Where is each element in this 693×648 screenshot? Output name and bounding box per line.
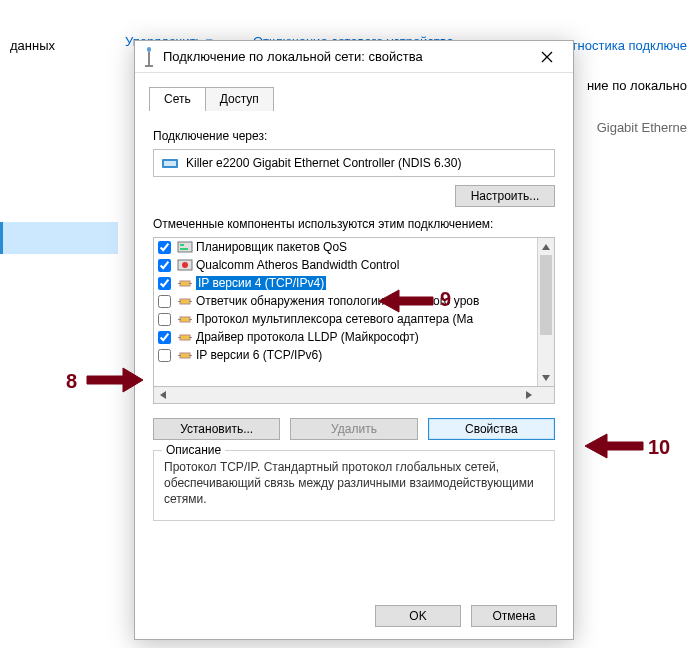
list-item[interactable]: IP версии 4 (TCP/IPv4) [154, 274, 537, 292]
protocol-icon [177, 329, 193, 345]
item-label: IP версии 6 (TCP/IPv6) [196, 348, 322, 362]
bg-left-text: данных [10, 38, 55, 53]
annotation-10: 10 [648, 436, 670, 459]
components-label: Отмеченные компоненты используются этим … [153, 217, 555, 231]
item-label: IP версии 4 (TCP/IPv4) [196, 276, 326, 290]
scroll-down-icon[interactable] [538, 369, 554, 386]
svg-point-9 [182, 262, 188, 268]
network-icon [141, 46, 157, 68]
tab-network[interactable]: Сеть [149, 87, 206, 111]
svg-rect-1 [148, 52, 150, 65]
bg-conn-name-cut: ние по локально [587, 78, 687, 93]
list-item[interactable]: Ответчик обнаружения топологии канальног… [154, 292, 537, 310]
tabstrip: Сеть Доступ [149, 87, 573, 111]
svg-rect-13 [180, 299, 190, 304]
components-listbox[interactable]: Планировщик пакетов QoSQualcomm Atheros … [153, 237, 555, 387]
svg-rect-19 [180, 335, 190, 340]
protocol-icon [177, 311, 193, 327]
protocol-icon [177, 239, 193, 255]
svg-rect-18 [189, 319, 192, 320]
item-checkbox[interactable] [158, 295, 171, 308]
item-checkbox[interactable] [158, 349, 171, 362]
ok-button[interactable]: OK [375, 605, 461, 627]
list-item[interactable]: Планировщик пакетов QoS [154, 238, 537, 256]
list-item[interactable]: Qualcomm Atheros Bandwidth Control [154, 256, 537, 274]
svg-rect-12 [189, 283, 192, 284]
svg-rect-17 [178, 319, 181, 320]
item-label: Драйвер протокола LLDP (Майкрософт) [196, 330, 419, 344]
annotation-8: 8 [66, 370, 77, 393]
dialog-title: Подключение по локальной сети: свойства [163, 49, 527, 64]
svg-rect-22 [180, 353, 190, 358]
description-title: Описание [162, 443, 225, 457]
protocol-icon [177, 275, 193, 291]
item-checkbox[interactable] [158, 331, 171, 344]
scrollbar-vertical[interactable] [537, 238, 554, 386]
item-checkbox[interactable] [158, 277, 171, 290]
item-label: Qualcomm Atheros Bandwidth Control [196, 258, 399, 272]
item-checkbox[interactable] [158, 259, 171, 272]
scrollbar-horizontal[interactable] [153, 387, 555, 404]
adapter-name: Killer e2200 Gigabit Ethernet Controller… [186, 156, 461, 170]
svg-rect-11 [178, 283, 181, 284]
configure-button[interactable]: Настроить... [455, 185, 555, 207]
svg-rect-4 [164, 161, 176, 166]
item-label: Протокол мультиплексора сетевого адаптер… [196, 312, 473, 326]
nic-icon [162, 156, 178, 170]
list-item[interactable]: Протокол мультиплексора сетевого адаптер… [154, 310, 537, 328]
svg-rect-10 [180, 281, 190, 286]
remove-button: Удалить [290, 418, 417, 440]
svg-rect-0 [147, 47, 151, 52]
svg-rect-6 [180, 244, 184, 246]
svg-rect-23 [178, 355, 181, 356]
protocol-icon [177, 293, 193, 309]
bg-sidebar-selection [0, 222, 118, 254]
svg-rect-20 [178, 337, 181, 338]
arrow-10-icon [583, 432, 645, 464]
connection-via-label: Подключение через: [153, 129, 555, 143]
svg-rect-16 [180, 317, 190, 322]
scroll-left-icon[interactable] [154, 387, 171, 403]
properties-button[interactable]: Свойства [428, 418, 555, 440]
list-item[interactable]: Драйвер протокола LLDP (Майкрософт) [154, 328, 537, 346]
item-label: Планировщик пакетов QoS [196, 240, 347, 254]
scrollbar-thumb[interactable] [540, 255, 552, 335]
svg-rect-24 [189, 355, 192, 356]
svg-rect-2 [145, 65, 153, 67]
titlebar: Подключение по локальной сети: свойства [135, 41, 573, 73]
properties-dialog: Подключение по локальной сети: свойства … [134, 40, 574, 640]
bg-adapter-cut: Gigabit Etherne [597, 120, 687, 135]
cancel-button[interactable]: Отмена [471, 605, 557, 627]
dialog-content: Подключение через: Killer e2200 Gigabit … [135, 111, 573, 531]
tab-access[interactable]: Доступ [205, 87, 274, 111]
svg-rect-21 [189, 337, 192, 338]
svg-rect-7 [180, 248, 188, 250]
close-button[interactable] [527, 42, 567, 72]
install-button[interactable]: Установить... [153, 418, 280, 440]
scroll-right-icon[interactable] [520, 387, 537, 403]
list-item[interactable]: IP версии 6 (TCP/IPv6) [154, 346, 537, 364]
description-group: Описание Протокол TCP/IP. Стандартный пр… [153, 450, 555, 521]
svg-rect-5 [178, 242, 192, 252]
description-text: Протокол TCP/IP. Стандартный протокол гл… [164, 459, 544, 508]
close-icon [541, 51, 553, 63]
svg-rect-14 [178, 301, 181, 302]
protocol-icon [177, 347, 193, 363]
item-label: Ответчик обнаружения топологии канальног… [196, 294, 479, 308]
protocol-icon [177, 257, 193, 273]
scroll-up-icon[interactable] [538, 238, 554, 255]
item-checkbox[interactable] [158, 241, 171, 254]
adapter-box[interactable]: Killer e2200 Gigabit Ethernet Controller… [153, 149, 555, 177]
svg-rect-15 [189, 301, 192, 302]
item-checkbox[interactable] [158, 313, 171, 326]
annotation-9: 9 [440, 288, 451, 311]
